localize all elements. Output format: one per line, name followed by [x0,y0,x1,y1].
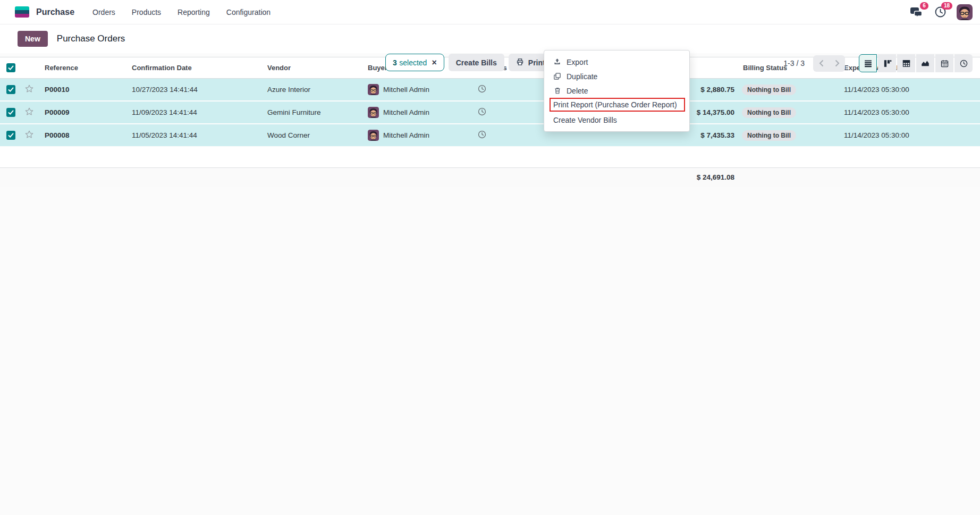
menu-orders[interactable]: Orders [92,8,115,16]
buyer-avatar [368,84,379,95]
main-menu: Orders Products Reporting Configuration [92,8,271,16]
schedule-activity-icon[interactable] [477,133,487,141]
cell-expected-arrival: 11/14/2023 05:30:00 [840,79,962,102]
pager-previous-icon[interactable] [813,55,829,72]
pager-next-icon[interactable] [829,55,845,72]
selection-label: selected [399,58,427,67]
messages-icon[interactable]: 6 [909,5,924,20]
schedule-activity-icon[interactable] [477,110,487,118]
selection-count: 3 [393,58,397,67]
empty-row-space [0,147,980,167]
menu-configuration[interactable]: Configuration [226,8,271,16]
top-navbar: Purchase Orders Products Reporting Confi… [0,0,980,24]
menu-item-print-report[interactable]: Print Report (Purchase Order Report) [550,98,685,112]
row-checkbox[interactable] [6,85,15,94]
activity-view-icon[interactable] [954,54,973,72]
schedule-activity-icon[interactable] [477,87,487,95]
cell-vendor: Wood Corner [263,124,364,147]
cell-reference: P00008 [40,124,128,147]
cell-confirmation-date: 10/27/2023 14:41:44 [128,79,263,102]
menu-item-export[interactable]: Export [544,55,689,69]
cell-buyer: Mitchell Admin [383,108,429,116]
billing-status-badge: Nothing to Bill [742,85,796,95]
cell-confirmation-date: 11/09/2023 14:41:44 [128,101,263,124]
billing-status-badge: Nothing to Bill [742,107,796,118]
kanban-view-icon[interactable] [878,54,896,72]
favorite-star-icon[interactable] [24,133,34,141]
pager [813,55,845,72]
favorite-star-icon[interactable] [24,110,34,118]
column-vendor[interactable]: Vendor [263,57,364,79]
select-all-checkbox[interactable] [6,63,15,72]
row-checkbox[interactable] [6,131,15,140]
systray: 6 18 [909,4,973,20]
pager-and-views: 1-3 / 3 [783,54,973,72]
messages-badge: 6 [920,2,928,10]
table-row[interactable]: P00008 11/05/2023 14:41:44 Wood Corner M… [0,124,980,147]
purchase-app-logo[interactable] [15,6,29,18]
table-row[interactable]: P00010 10/27/2023 14:41:44 Azure Interio… [0,79,980,102]
duplicate-icon [553,72,561,80]
row-checkbox[interactable] [6,108,15,117]
buyer-avatar [368,130,379,141]
trash-icon [553,87,561,95]
billing-status-badge: Nothing to Bill [742,130,796,141]
clear-selection-icon[interactable]: × [432,58,436,67]
column-reference[interactable]: Reference [40,57,128,79]
new-button[interactable]: New [18,31,48,47]
cell-reference: P00009 [40,101,128,124]
menu-item-delete[interactable]: Delete [544,83,689,98]
cell-expected-arrival: 11/14/2023 05:30:00 [840,124,962,147]
menu-item-create-vendor-bills[interactable]: Create Vendor Bills [544,113,689,127]
menu-reporting[interactable]: Reporting [178,8,210,16]
footer-total: $ 24,691.08 [0,173,734,181]
cell-buyer: Mitchell Admin [383,86,429,94]
cell-vendor: Azure Interior [263,79,364,102]
menu-item-duplicate[interactable]: Duplicate [544,69,689,83]
column-confirmation-date[interactable]: Confirmation Date [128,57,263,79]
list-view-icon[interactable] [859,54,877,72]
activities-badge: 18 [941,2,952,10]
table-row[interactable]: P00009 11/09/2023 14:41:44 Gemini Furnit… [0,101,980,124]
graph-view-icon[interactable] [916,54,934,72]
create-bills-button[interactable]: Create Bills [449,54,504,71]
pivot-view-icon[interactable] [897,54,915,72]
control-panel: New Purchase Orders 3 selected × Create … [0,24,980,53]
actions-dropdown-menu: Export Duplicate Delete Print Report (Pu… [544,50,690,132]
page-title: Purchase Orders [57,33,125,44]
printer-icon [516,58,524,67]
user-avatar[interactable] [957,4,973,20]
calendar-view-icon[interactable] [935,54,953,72]
table-footer: $ 24,691.08 [0,167,980,187]
cell-confirmation-date: 11/05/2023 14:41:44 [128,124,263,147]
export-icon [553,58,561,66]
cell-vendor: Gemini Furniture [263,101,364,124]
menu-products[interactable]: Products [132,8,161,16]
cell-reference: P00010 [40,79,128,102]
favorite-star-icon[interactable] [24,87,34,95]
app-name[interactable]: Purchase [36,7,74,17]
pager-range: 1-3 / 3 [783,59,805,67]
selection-chip: 3 selected × [385,54,444,71]
cell-expected-arrival: 11/14/2023 05:30:00 [840,101,962,124]
cell-buyer: Mitchell Admin [383,131,429,139]
buyer-avatar [368,107,379,118]
view-switcher [859,54,973,72]
activity-clock-icon[interactable]: 18 [933,5,948,20]
